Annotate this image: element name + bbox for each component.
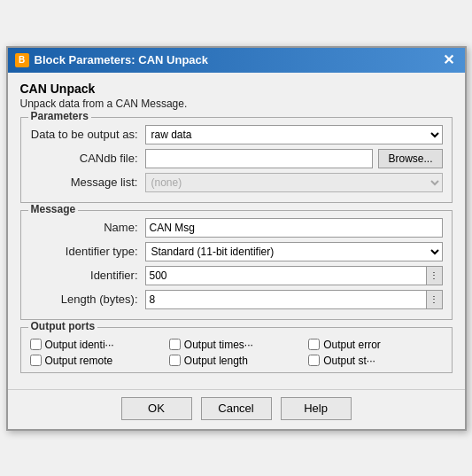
length-dots-button[interactable]: ⋮ bbox=[427, 290, 443, 309]
ok-button[interactable]: OK bbox=[121, 397, 192, 420]
output-times-row: Output times··· bbox=[169, 339, 303, 351]
browse-button[interactable]: Browse... bbox=[378, 149, 442, 168]
output-remote-label: Output remote bbox=[45, 355, 113, 367]
close-button[interactable]: ✕ bbox=[439, 53, 458, 67]
title-icon: B bbox=[15, 53, 29, 67]
output-error-label: Output error bbox=[323, 339, 381, 351]
output-st-row: Output st··· bbox=[308, 355, 442, 367]
message-section: Message Name: Identifier type: Standard … bbox=[20, 210, 453, 320]
data-output-select[interactable]: raw data bbox=[145, 125, 443, 144]
length-input[interactable] bbox=[145, 290, 427, 309]
identifier-input[interactable] bbox=[145, 266, 427, 285]
name-label: Name: bbox=[30, 221, 145, 234]
identifier-dots-button[interactable]: ⋮ bbox=[427, 266, 443, 285]
name-row: Name: bbox=[30, 218, 443, 238]
data-output-row: Data to be output as: raw data bbox=[30, 125, 443, 144]
title-bar-left: B Block Parameters: CAN Unpack bbox=[15, 53, 209, 67]
data-output-label: Data to be output as: bbox=[30, 128, 145, 141]
bottom-buttons: OK Cancel Help bbox=[8, 389, 465, 429]
identifier-row: Identifier: ⋮ bbox=[30, 266, 443, 285]
block-desc: Unpack data from a CAN Message. bbox=[20, 98, 453, 110]
output-error-checkbox[interactable] bbox=[308, 339, 320, 350]
output-identi-label: Output identi··· bbox=[45, 339, 114, 351]
block-title: CAN Unpack bbox=[20, 82, 453, 96]
candb-file-input[interactable] bbox=[145, 149, 374, 168]
dialog: B Block Parameters: CAN Unpack ✕ CAN Unp… bbox=[6, 46, 467, 431]
candb-file-label: CANdb file: bbox=[30, 152, 145, 165]
parameters-section: Parameters Data to be output as: raw dat… bbox=[20, 117, 453, 203]
output-st-checkbox[interactable] bbox=[308, 355, 320, 366]
parameters-section-label: Parameters bbox=[28, 110, 91, 122]
length-label: Length (bytes): bbox=[30, 293, 145, 306]
output-times-checkbox[interactable] bbox=[169, 339, 181, 350]
output-length-checkbox[interactable] bbox=[169, 355, 181, 366]
output-identi-row: Output identi··· bbox=[30, 339, 164, 351]
help-button[interactable]: Help bbox=[281, 397, 352, 420]
cancel-button[interactable]: Cancel bbox=[201, 397, 272, 420]
output-identi-checkbox[interactable] bbox=[30, 339, 42, 350]
identifier-label: Identifier: bbox=[30, 269, 145, 282]
candb-file-row: CANdb file: Browse... bbox=[30, 149, 443, 168]
output-remote-checkbox[interactable] bbox=[30, 355, 42, 366]
title-bar: B Block Parameters: CAN Unpack ✕ bbox=[8, 48, 465, 73]
title-text: Block Parameters: CAN Unpack bbox=[35, 53, 209, 66]
identifier-type-select[interactable]: Standard (11-bit identifier) bbox=[145, 242, 443, 261]
output-st-label: Output st··· bbox=[323, 355, 375, 367]
identifier-type-row: Identifier type: Standard (11-bit identi… bbox=[30, 242, 443, 261]
output-ports-section: Output ports Output identi··· Output tim… bbox=[20, 327, 453, 373]
identifier-type-label: Identifier type: bbox=[30, 245, 145, 258]
output-ports-grid: Output identi··· Output times··· Output … bbox=[30, 335, 443, 367]
message-section-label: Message bbox=[28, 203, 79, 215]
identifier-input-group: ⋮ bbox=[145, 266, 443, 285]
output-remote-row: Output remote bbox=[30, 355, 164, 367]
message-list-row: Message list: (none) bbox=[30, 173, 443, 192]
output-error-row: Output error bbox=[308, 339, 442, 351]
name-input[interactable] bbox=[145, 218, 443, 238]
dialog-body: CAN Unpack Unpack data from a CAN Messag… bbox=[8, 73, 465, 389]
output-length-row: Output length bbox=[169, 355, 303, 367]
output-times-label: Output times··· bbox=[184, 339, 253, 351]
length-input-group: ⋮ bbox=[145, 290, 443, 309]
output-ports-section-label: Output ports bbox=[28, 320, 98, 332]
output-length-label: Output length bbox=[184, 355, 248, 367]
message-list-select: (none) bbox=[145, 173, 443, 192]
message-list-label: Message list: bbox=[30, 176, 145, 189]
length-row: Length (bytes): ⋮ bbox=[30, 290, 443, 309]
